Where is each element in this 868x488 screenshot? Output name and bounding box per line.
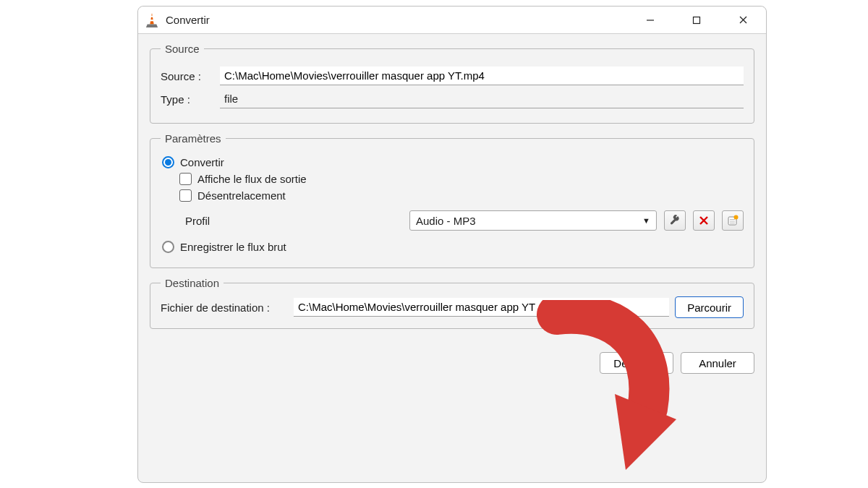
source-input[interactable] [220,67,744,85]
convert-window: Convertir Source Source : Type : file [137,6,767,483]
raw-radio-row[interactable]: Enregistrer le flux brut [162,241,744,253]
convert-radio-label: Convertir [180,156,224,168]
convert-radio-row[interactable]: Convertir [162,156,744,168]
maximize-button[interactable] [673,7,720,34]
radio-convert-icon [162,156,174,168]
display-output-label: Affiche le flux de sortie [197,173,307,185]
start-button[interactable]: Démarrer [600,352,673,374]
wrench-icon [669,215,681,226]
raw-radio-label: Enregistrer le flux brut [180,241,286,253]
deinterlace-checkbox[interactable]: Désentrelacement [179,189,744,202]
profile-combo-value: Audio - MP3 [416,215,476,227]
cancel-button[interactable]: Annuler [681,352,754,374]
svg-marker-3 [146,24,158,27]
edit-profile-button[interactable] [664,210,686,231]
display-output-checkbox[interactable]: Affiche le flux de sortie [179,173,744,185]
browse-button[interactable]: Parcourir [675,296,744,318]
destination-file-label: Fichier de destination : [161,301,288,314]
window-title: Convertir [166,14,210,26]
destination-group: Destination Fichier de destination : Par… [150,277,754,329]
radio-raw-icon [162,241,174,253]
svg-rect-5 [694,17,700,23]
chevron-down-icon: ▼ [642,216,650,225]
new-profile-button[interactable] [722,210,744,231]
source-legend: Source [161,43,204,55]
parameters-legend: Paramètres [161,132,226,145]
deinterlace-label: Désentrelacement [197,189,286,202]
svg-marker-0 [150,13,153,24]
destination-legend: Destination [161,277,224,289]
titlebar[interactable]: Convertir [138,7,766,34]
type-label: Type : [161,93,213,106]
svg-rect-1 [150,15,153,17]
delete-icon [699,215,709,226]
source-group: Source Source : Type : file [150,43,754,124]
profile-combo[interactable]: Audio - MP3 ▼ [409,210,657,231]
svg-rect-2 [150,20,154,21]
close-button[interactable] [720,7,766,34]
delete-profile-button[interactable] [693,210,715,231]
parameters-group: Paramètres Convertir Affiche le flux de … [150,132,754,268]
checkbox-icon [179,173,192,185]
svg-point-14 [734,215,739,220]
new-profile-icon [727,215,739,226]
minimize-button[interactable] [627,7,673,34]
profile-label: Profil [185,215,402,227]
vlc-cone-icon [145,12,158,28]
destination-file-input[interactable] [294,298,669,317]
type-value: file [220,90,744,108]
source-label: Source : [161,70,213,82]
checkbox-icon [179,189,192,202]
